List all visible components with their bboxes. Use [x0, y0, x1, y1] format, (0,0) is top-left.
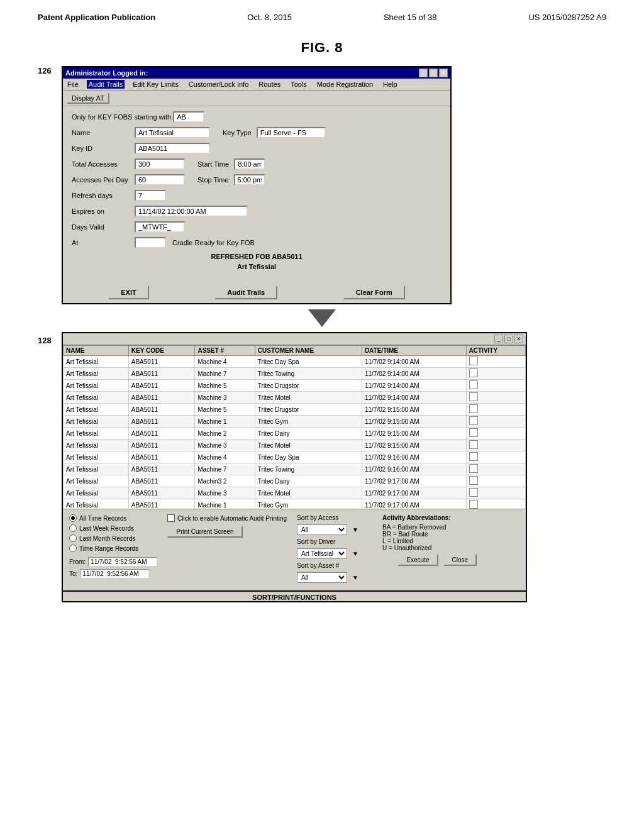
activity-checkbox[interactable]: [469, 464, 478, 473]
close-button[interactable]: ✕: [439, 69, 448, 77]
menu-tools[interactable]: Tools: [289, 80, 309, 89]
auto-audit-section: Click to enable Automatic Audit Printing…: [167, 514, 287, 538]
bottom-maximize-button[interactable]: □: [504, 335, 513, 343]
table-row: Art TefissialABA5011Machine 3Tritec Mote…: [64, 487, 526, 499]
table-cell: Art Tefissial: [64, 463, 129, 475]
at-input[interactable]: [135, 237, 166, 248]
time-range-radio[interactable]: [69, 545, 77, 552]
table-cell: [466, 404, 525, 416]
table-cell: 11/7/02 9:15:00 AM: [362, 416, 466, 428]
table-cell: 11/7/02 9:14:00 AM: [362, 368, 466, 380]
table-row: Art TefissialABA5011Machine 1Tritec Gym1…: [64, 499, 526, 509]
table-cell: Art Tefissial: [64, 356, 129, 368]
table-cell: Tritec Gym: [255, 416, 362, 428]
exit-button[interactable]: EXIT: [108, 285, 148, 299]
table-row: Art TefissialABA5011Machine 3Tritec Mote…: [64, 392, 526, 404]
accesses-starttime-row: Total Accesses Start Time: [72, 158, 441, 170]
name-input[interactable]: [135, 127, 210, 138]
table-cell: Tritec Day Spa: [255, 451, 362, 463]
table-cell: [466, 380, 525, 392]
stop-time-input[interactable]: [234, 174, 265, 185]
activity-checkbox[interactable]: [469, 440, 478, 449]
key-id-label: Key ID: [72, 145, 135, 152]
table-cell: Art Tefissial: [64, 487, 129, 499]
table-cell: Tritec Motel: [255, 392, 362, 404]
sort-driver-select[interactable]: Art Tefissial: [297, 548, 347, 559]
sort-access-select[interactable]: All: [297, 524, 347, 535]
menu-audit-trails[interactable]: Audit Trails: [87, 80, 125, 89]
activity-checkbox[interactable]: [469, 500, 478, 509]
last-week-radio-item[interactable]: Last Week Records: [69, 524, 157, 532]
bottom-minimize-button[interactable]: _: [494, 335, 503, 343]
auto-audit-label: Click to enable Automatic Audit Printing: [177, 515, 287, 522]
display-at-button[interactable]: Display AT: [67, 92, 109, 104]
menu-customer-lock[interactable]: Customer/Lock Info: [187, 80, 250, 89]
table-cell: Machin3 2: [195, 475, 255, 487]
menu-routes[interactable]: Routes: [257, 80, 282, 89]
execute-button[interactable]: Execute: [397, 554, 438, 566]
audit-table: NAME KEY CODE ASSET # CUSTOMER NAME DATE…: [63, 345, 526, 509]
publication-text: Patent Application Publication: [38, 13, 155, 22]
bottom-close-button[interactable]: ✕: [514, 335, 523, 343]
refresh-days-input[interactable]: [135, 190, 166, 201]
at-cradle-row: At Cradle Ready for Key FOB: [72, 237, 441, 248]
maximize-button[interactable]: □: [429, 69, 438, 77]
menu-help[interactable]: Help: [381, 80, 399, 89]
sort-driver-row: Art Tefissial ▼: [297, 548, 372, 559]
days-valid-input[interactable]: [135, 221, 185, 233]
patent-text: US 2015/0287252 A9: [528, 13, 606, 22]
activity-checkbox[interactable]: [469, 488, 478, 497]
table-cell: [466, 487, 525, 499]
auto-audit-checkbox-row: Click to enable Automatic Audit Printing: [167, 514, 287, 522]
last-month-radio-item[interactable]: Last Month Records: [69, 534, 157, 542]
activity-checkbox[interactable]: [469, 392, 478, 401]
minimize-button[interactable]: _: [419, 69, 428, 77]
expires-input[interactable]: [135, 206, 248, 217]
key-type-input[interactable]: [257, 127, 326, 138]
activity-checkbox[interactable]: [469, 428, 478, 437]
sort-asset-select[interactable]: All: [297, 572, 347, 583]
menu-file[interactable]: File: [65, 80, 80, 89]
all-time-radio-item[interactable]: All Time Records: [69, 514, 157, 522]
print-screen-button[interactable]: Print Current Screen: [167, 526, 243, 538]
accesses-per-day-input[interactable]: [135, 174, 185, 185]
last-week-radio[interactable]: [69, 524, 77, 532]
table-cell: ABA5011: [128, 416, 195, 428]
table-cell: 11/7/02 9:17:00 AM: [362, 499, 466, 509]
to-input[interactable]: [80, 569, 149, 578]
all-time-radio[interactable]: [69, 514, 77, 522]
clear-form-button[interactable]: Clear Form: [343, 285, 405, 299]
table-row: Art TefissialABA5011Machine 1Tritec Gym1…: [64, 416, 526, 428]
menu-edit-key-limits[interactable]: Edit Key Limits: [131, 80, 180, 89]
table-cell: Machine 1: [195, 499, 255, 509]
name-keytype-row: Name Key Type: [72, 127, 441, 138]
start-time-input[interactable]: [234, 158, 265, 170]
table-row: Art TefissialABA5011Machine 5Tritec Drug…: [64, 380, 526, 392]
fob-prefix-input[interactable]: [173, 111, 204, 123]
activity-checkbox[interactable]: [469, 404, 478, 413]
auto-audit-checkbox[interactable]: [167, 514, 175, 522]
activity-checkbox[interactable]: [469, 452, 478, 461]
table-cell: Machine 5: [195, 404, 255, 416]
activity-checkbox[interactable]: [469, 357, 478, 365]
audit-trails-button[interactable]: Audit Trails: [214, 285, 277, 299]
activity-checkbox[interactable]: [469, 416, 478, 425]
activity-checkbox[interactable]: [469, 380, 478, 389]
time-range-radio-item[interactable]: Time Range Records: [69, 545, 157, 552]
top-window-container: 126 Administrator Logged in: _ □ ✕ File …: [38, 66, 606, 304]
table-cell: Machine 5: [195, 380, 255, 392]
close-button-bottom[interactable]: Close: [443, 554, 477, 566]
menu-mode-reg[interactable]: Mode Registration: [315, 80, 375, 89]
key-id-input[interactable]: [135, 143, 210, 154]
activity-checkbox[interactable]: [469, 476, 478, 485]
expires-label: Expires on: [72, 208, 135, 215]
name-label: Name: [72, 129, 135, 136]
last-month-radio[interactable]: [69, 534, 77, 542]
table-cell: [466, 368, 525, 380]
from-input[interactable]: [88, 557, 157, 567]
sort-access-row: All ▼: [297, 524, 372, 535]
total-accesses-input[interactable]: [135, 158, 185, 170]
activity-checkbox[interactable]: [469, 368, 478, 377]
table-cell: Tritec Towing: [255, 368, 362, 380]
fob-prefix-row: Only for KEY FOBS starting with:: [72, 111, 441, 123]
